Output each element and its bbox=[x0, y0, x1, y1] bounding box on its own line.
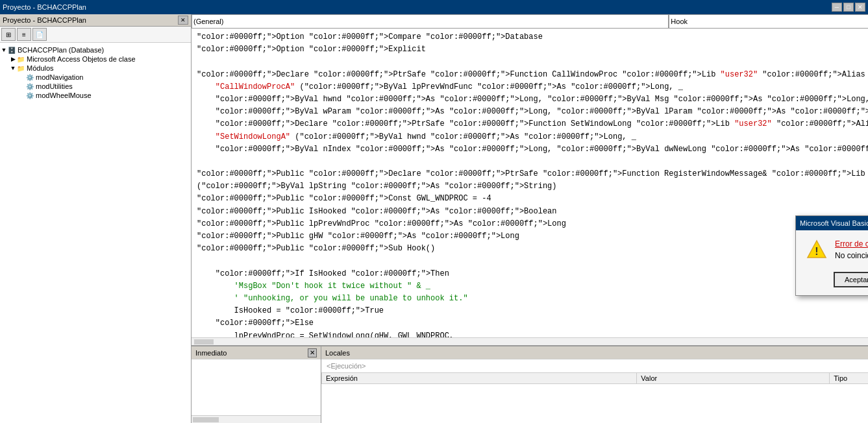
code-line-22: IsHooked = "color:#0000ff;">True bbox=[197, 305, 868, 317]
tree-item-label: BCHACCPPlan (Database) bbox=[18, 46, 104, 54]
tree-node-icon: 📁 bbox=[17, 56, 25, 63]
close-button[interactable]: ✕ bbox=[855, 3, 865, 12]
inmediato-header: Inmediato ✕ bbox=[192, 346, 321, 359]
tree-node-icon: 🗄️ bbox=[8, 47, 16, 54]
left-panel: Proyecto - BCHACCPPlan ✕ ⊞ ≡ 📄 ▼🗄️BCHACC… bbox=[0, 14, 192, 423]
code-line-15: "color:#0000ff;">Public lpPrevWndProc "c… bbox=[197, 218, 868, 230]
locales-content[interactable]: <Ejecución> Expresión Valor Tipo bbox=[321, 359, 868, 423]
left-panel-title: Proyecto - BCHACCPPlan ✕ bbox=[0, 14, 191, 27]
code-line-9: "color:#0000ff;">ByVal nIndex "color:#00… bbox=[197, 143, 868, 156]
code-line-18 bbox=[197, 255, 868, 267]
ejecucion-text: <Ejecución> bbox=[321, 359, 868, 372]
code-line-10 bbox=[197, 156, 868, 168]
code-horizontal-scrollbar[interactable] bbox=[192, 337, 868, 345]
left-panel-close[interactable]: ✕ bbox=[178, 16, 188, 25]
tree-node-icon: 📁 bbox=[17, 65, 25, 72]
tree-item-label: Microsoft Access Objetos de clase bbox=[27, 55, 136, 63]
locales-panel: Locales ✕ <Ejecución> Expresión Valor Ti… bbox=[321, 346, 868, 423]
tree-node-icon: ⚙️ bbox=[26, 74, 34, 81]
dropdown2-wrapper: Hook bbox=[669, 14, 868, 29]
code-area[interactable]: "color:#0000ff;">Option "color:#0000ff;"… bbox=[192, 29, 868, 337]
code-line-16: "color:#0000ff;">Public gHW "color:#0000… bbox=[197, 230, 868, 243]
tree-area[interactable]: ▼🗄️BCHACCPPlan (Database) ▶📁Microsoft Ac… bbox=[0, 43, 191, 423]
left-panel-toolbar: ⊞ ≡ 📄 bbox=[0, 27, 191, 43]
code-line-11: "color:#0000ff;">Public "color:#0000ff;"… bbox=[197, 168, 868, 180]
left-panel-title-text: Proyecto - BCHACCPPlan bbox=[3, 16, 86, 24]
restore-button[interactable]: □ bbox=[843, 3, 854, 12]
title-bar: Proyecto - BCHACCPPlan ─ □ ✕ bbox=[0, 0, 868, 14]
bottom-panels: Inmediato ✕ Locales ✕ bbox=[192, 345, 868, 423]
locales-title: Locales bbox=[325, 349, 350, 357]
minimize-button[interactable]: ─ bbox=[832, 3, 842, 12]
tree-item-access[interactable]: ▶📁Microsoft Access Objetos de clase bbox=[0, 54, 191, 64]
code-line-14: "color:#0000ff;">Public IsHooked "color:… bbox=[197, 206, 868, 218]
title-bar-text: Proyecto - BCHACCPPlan bbox=[3, 3, 86, 11]
code-line-21: ' "unhooking, or you will be unable to u… bbox=[197, 293, 868, 305]
code-line-2 bbox=[197, 56, 868, 68]
dialog-error-title: Error de compilación: bbox=[835, 239, 868, 248]
code-line-5: "color:#0000ff;">ByVal hwnd "color:#0000… bbox=[197, 93, 868, 106]
tree-item-label: modWheelMouse bbox=[36, 91, 92, 99]
expand-icon[interactable]: ▶ bbox=[9, 56, 17, 62]
dialog-error-msg: No coinciden los tipos bbox=[835, 251, 868, 260]
locales-col-expresion: Expresión bbox=[322, 373, 637, 384]
dialog-body: ! Error de compilación: No coinciden los… bbox=[796, 230, 868, 267]
dialog-title-bar: Microsoft Visual Basic para Aplicaciones… bbox=[796, 216, 868, 230]
dialog-buttons: Aceptar Ayuda bbox=[796, 267, 868, 295]
code-line-19: "color:#0000ff;">If IsHooked "color:#000… bbox=[197, 268, 868, 280]
general-dropdown[interactable]: (General) bbox=[192, 14, 669, 29]
tree-item-root[interactable]: ▼🗄️BCHACCPPlan (Database) bbox=[0, 45, 191, 54]
code-line-17: "color:#0000ff;">Public "color:#0000ff;"… bbox=[197, 243, 868, 255]
tree-item-label: modNavigation bbox=[36, 73, 83, 81]
tree-item-modUtilities[interactable]: ⚙️modUtilities bbox=[0, 82, 191, 91]
main-layout: Proyecto - BCHACCPPlan ✕ ⊞ ≡ 📄 ▼🗄️BCHACC… bbox=[0, 14, 868, 423]
inmediato-close[interactable]: ✕ bbox=[308, 348, 317, 357]
toolbar-btn-1[interactable]: ⊞ bbox=[1, 28, 16, 41]
error-dialog[interactable]: Microsoft Visual Basic para Aplicaciones… bbox=[795, 215, 868, 296]
tree-item-modWheelMouse[interactable]: ⚙️modWheelMouse bbox=[0, 91, 191, 100]
inmediato-panel: Inmediato ✕ bbox=[192, 346, 321, 423]
warning-icon: ! bbox=[806, 239, 827, 260]
dialog-text-area: Error de compilación: No coinciden los t… bbox=[835, 239, 868, 260]
code-line-3: "color:#0000ff;">Declare "color:#0000ff;… bbox=[197, 69, 868, 81]
toolbar-btn-2[interactable]: ≡ bbox=[17, 28, 31, 41]
locales-table: Expresión Valor Tipo bbox=[321, 372, 868, 384]
locales-col-valor: Valor bbox=[637, 373, 830, 384]
code-line-4: "CallWindowProcA" ("color:#0000ff;">ByVa… bbox=[197, 81, 868, 93]
code-line-24: lpPrevWndProc = SetWindowLong(gHW, GWL_W… bbox=[197, 330, 868, 338]
tree-item-label: Módulos bbox=[27, 64, 54, 72]
code-line-6: "color:#0000ff;">ByVal wParam "color:#00… bbox=[197, 106, 868, 118]
aceptar-button[interactable]: Aceptar bbox=[834, 272, 868, 287]
code-line-20: 'MsgBox "Don't hook it twice without " &… bbox=[197, 280, 868, 293]
dropdown1-wrapper: (General) bbox=[192, 14, 669, 29]
code-line-7: "color:#0000ff;">Declare "color:#0000ff;… bbox=[197, 118, 868, 130]
locales-col-tipo: Tipo bbox=[830, 373, 868, 384]
tree-node-icon: ⚙️ bbox=[26, 92, 34, 99]
code-line-13: "color:#0000ff;">Public "color:#0000ff;"… bbox=[197, 193, 868, 205]
code-line-12: ("color:#0000ff;">ByVal lpString "color:… bbox=[197, 180, 868, 193]
tree-item-modNavigation[interactable]: ⚙️modNavigation bbox=[0, 73, 191, 82]
dialog-title-text: Microsoft Visual Basic para Aplicaciones bbox=[800, 219, 868, 227]
tree-node-icon: ⚙️ bbox=[26, 83, 34, 90]
hook-dropdown[interactable]: Hook bbox=[669, 14, 868, 29]
code-line-23: "color:#0000ff;">Else bbox=[197, 317, 868, 330]
inmediato-content[interactable] bbox=[192, 359, 321, 423]
toolbar-btn-3[interactable]: 📄 bbox=[32, 28, 47, 41]
code-line-0: "color:#0000ff;">Option "color:#0000ff;"… bbox=[197, 31, 868, 43]
expand-icon[interactable]: ▼ bbox=[9, 65, 17, 71]
code-line-1: "color:#0000ff;">Option "color:#0000ff;"… bbox=[197, 43, 868, 56]
tree-item-label: modUtilities bbox=[36, 82, 73, 90]
right-panel: (General) Hook "color:#0000ff;">Option "… bbox=[192, 14, 868, 423]
expand-icon[interactable]: ▼ bbox=[0, 47, 8, 53]
svg-text:!: ! bbox=[815, 246, 818, 257]
code-header: (General) Hook bbox=[192, 14, 868, 29]
title-bar-controls: ─ □ ✕ bbox=[832, 3, 865, 12]
code-line-8: "SetWindowLongA" ("color:#0000ff;">ByVal… bbox=[197, 131, 868, 143]
tree-item-modulos[interactable]: ▼📁Módulos bbox=[0, 64, 191, 73]
inmediato-title: Inmediato bbox=[195, 349, 227, 357]
locales-header: Locales ✕ bbox=[321, 346, 868, 359]
